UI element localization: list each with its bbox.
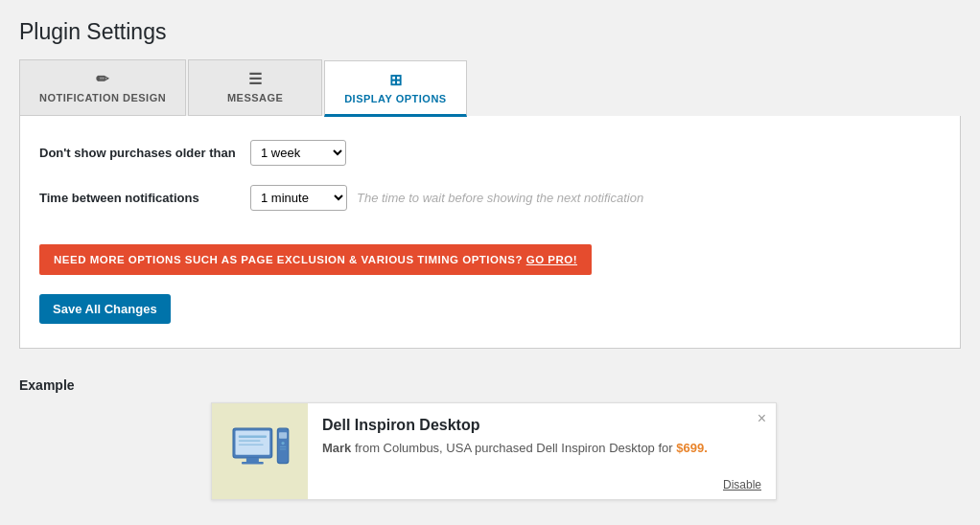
dont-show-row: Don't show purchases older than 1 day 2 … <box>39 140 941 166</box>
notification-content: Dell Inspiron Desktop Mark from Columbus… <box>308 403 776 472</box>
tab-notification-design[interactable]: ✏ NOTIFICATION DESIGN <box>19 59 186 116</box>
example-label: Example <box>19 377 961 393</box>
notification-body: Dell Inspiron Desktop Mark from Columbus… <box>308 403 776 499</box>
svg-rect-5 <box>245 458 258 462</box>
svg-rect-11 <box>279 448 286 449</box>
tab-display-options[interactable]: ⊞ DISPLAY OPTIONS <box>324 60 467 117</box>
svg-rect-4 <box>238 444 263 445</box>
svg-rect-2 <box>238 435 266 437</box>
computer-svg <box>229 421 292 483</box>
svg-point-9 <box>281 441 284 444</box>
time-between-label: Time between notifications <box>39 191 250 205</box>
notification-image <box>212 403 308 499</box>
dont-show-label: Don't show purchases older than <box>39 146 250 160</box>
page-title: Plugin Settings <box>19 19 961 45</box>
svg-rect-1 <box>235 430 269 454</box>
tab-message[interactable]: ☰ MESSAGE <box>188 59 322 116</box>
notification-title: Dell Inspiron Desktop <box>322 417 737 434</box>
svg-rect-10 <box>279 445 286 446</box>
notification-buyer: Mark <box>322 441 351 455</box>
display-icon: ⊞ <box>389 71 403 89</box>
disable-link[interactable]: Disable <box>723 478 761 491</box>
dont-show-select[interactable]: 1 day 2 days 3 days 1 week 2 weeks 1 mon… <box>250 140 346 166</box>
go-pro-link[interactable]: GO PRO! <box>526 254 577 265</box>
example-section: Example <box>19 368 961 510</box>
svg-rect-3 <box>238 440 260 442</box>
time-between-hint: The time to wait before showing the next… <box>357 191 643 205</box>
notification-text: Mark from Columbus, USA purchased Dell I… <box>322 439 737 458</box>
notification-price: $699. <box>676 441 708 455</box>
time-between-select[interactable]: 30 seconds 1 minute 2 minutes 5 minutes … <box>250 185 347 211</box>
svg-rect-8 <box>279 432 287 439</box>
save-button-container: Save All Changes <box>39 294 941 324</box>
promo-banner: NEED MORE OPTIONS SUCH AS PAGE EXCLUSION… <box>39 244 592 275</box>
svg-rect-6 <box>242 462 264 464</box>
tabs-container: ✏ NOTIFICATION DESIGN ☰ MESSAGE ⊞ DISPLA… <box>19 59 961 116</box>
settings-panel: Don't show purchases older than 1 day 2 … <box>19 116 961 349</box>
save-all-changes-button[interactable]: Save All Changes <box>39 294 171 324</box>
close-button[interactable]: × <box>758 411 766 426</box>
pencil-icon: ✏ <box>96 70 109 88</box>
time-between-control: 30 seconds 1 minute 2 minutes 5 minutes … <box>250 185 643 211</box>
message-icon: ☰ <box>248 70 263 88</box>
notification-card: Dell Inspiron Desktop Mark from Columbus… <box>211 402 777 500</box>
time-between-row: Time between notifications 30 seconds 1 … <box>39 185 941 211</box>
notification-footer: Disable <box>308 472 776 499</box>
dont-show-control: 1 day 2 days 3 days 1 week 2 weeks 1 mon… <box>250 140 346 166</box>
